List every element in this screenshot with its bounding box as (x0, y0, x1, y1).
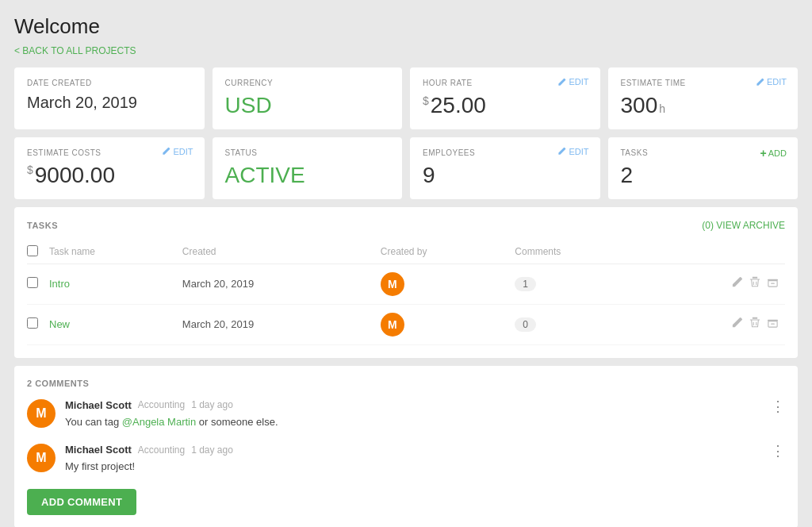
unit-label: h (659, 102, 665, 115)
comment-more-button[interactable]: ⋮ (771, 444, 785, 458)
task-name-cell: New (49, 304, 182, 344)
dollar-sign: $ (423, 94, 429, 107)
card-status-label: STATUS (225, 148, 390, 157)
comments-title: 2 COMMENTS (27, 379, 785, 388)
tasks-section-title: TASKS (27, 221, 58, 230)
task-archive-icon[interactable] (767, 317, 779, 332)
task-comments-cell: 1 (515, 264, 648, 304)
comment-author: Michael Scott (65, 399, 132, 411)
trash-icon (749, 317, 760, 329)
comment-text: My first project! (65, 459, 785, 475)
task-delete-icon[interactable] (749, 317, 760, 332)
card-employees: EMPLOYEES EDIT9 (410, 137, 600, 199)
comment-count-badge: 0 (515, 317, 536, 332)
card-hour-rate: HOUR RATE EDIT$25.00 (410, 67, 600, 129)
task-actions-cell (648, 264, 785, 304)
card-currency-label: CURRENCY (225, 79, 390, 87)
box-icon (767, 276, 779, 288)
task-actions-cell (648, 304, 785, 344)
task-delete-icon[interactable] (749, 276, 760, 291)
task-name-link[interactable]: New (49, 318, 70, 330)
card-estimate-time-edit-button[interactable]: EDIT (756, 77, 787, 87)
card-estimate-costs-edit-button[interactable]: EDIT (162, 147, 193, 156)
comments-section: 2 COMMENTS M Michael Scott Accounting 1 … (14, 366, 798, 527)
svg-rect-9 (771, 324, 775, 325)
view-archive-link[interactable]: (0) VIEW ARCHIVE (702, 220, 785, 231)
dollar-sign: $ (27, 163, 33, 176)
table-row: Intro March 20, 2019 M 1 (27, 264, 785, 304)
comment-more-button[interactable]: ⋮ (771, 399, 785, 414)
add-comment-button[interactable]: ADD COMMENT (27, 489, 136, 515)
col-created: Created (182, 240, 381, 264)
card-employees-number: 9 (423, 163, 435, 187)
comment-count-badge: 1 (515, 277, 536, 291)
page-wrapper: Welcome < BACK TO ALL PROJECTS DATE CREA… (0, 0, 812, 527)
table-row: New March 20, 2019 M 0 (27, 304, 785, 344)
card-status-number: ACTIVE (225, 163, 305, 187)
task-action-buttons (648, 276, 779, 291)
comment-department: Accounting (138, 399, 185, 410)
card-tasks-card: TASKS+ ADD2 (608, 137, 799, 199)
task-comments-cell: 0 (515, 304, 648, 344)
list-item: M Michael Scott Accounting 1 day ago My … (27, 444, 785, 475)
card-estimate-costs-value: $9000.00 (27, 163, 192, 188)
card-date-created-number: March 20, 2019 (27, 94, 137, 111)
comment-meta: Michael Scott Accounting 1 day ago (65, 444, 785, 456)
task-edit-icon[interactable] (731, 317, 743, 332)
card-estimate-time: ESTIMATE TIME EDIT300h (608, 67, 799, 129)
comment-avatar: M (27, 444, 56, 472)
task-created-by-cell: M (381, 264, 515, 304)
card-employees-edit-button[interactable]: EDIT (557, 147, 588, 156)
card-estimate-time-value: 300h (621, 94, 786, 118)
plus-icon: + (760, 147, 767, 160)
task-created-by-cell: M (381, 304, 515, 344)
box-icon (767, 317, 779, 329)
task-checkbox-1[interactable] (27, 277, 38, 288)
cards-grid-bottom: ESTIMATE COSTS EDIT$9000.00STATUSACTIVEE… (14, 137, 798, 199)
tasks-section: TASKS (0) VIEW ARCHIVE Task name Created… (14, 207, 798, 358)
card-estimate-costs-number: 9000.00 (35, 163, 115, 187)
card-tasks-card-add-button[interactable]: + ADD (760, 147, 787, 160)
comment-body: Michael Scott Accounting 1 day ago You c… (65, 399, 785, 430)
comment-body: Michael Scott Accounting 1 day ago My fi… (65, 444, 785, 475)
trash-icon (749, 276, 760, 288)
page-title: Welcome (14, 14, 798, 39)
card-currency-number: USD (225, 93, 272, 117)
card-estimate-time-number: 300 (621, 93, 658, 117)
card-currency-value: USD (225, 94, 390, 118)
task-created-cell: March 20, 2019 (182, 304, 381, 344)
card-estimate-costs: ESTIMATE COSTS EDIT$9000.00 (14, 137, 205, 199)
col-comments: Comments (515, 240, 648, 264)
card-hour-rate-number: 25.00 (431, 93, 486, 117)
select-all-checkbox[interactable] (27, 245, 38, 256)
task-created-cell: March 20, 2019 (182, 264, 381, 304)
card-date-created: DATE CREATEDMarch 20, 2019 (14, 67, 205, 129)
comment-time: 1 day ago (191, 399, 233, 410)
card-hour-rate-value: $25.00 (423, 94, 588, 118)
list-item: M Michael Scott Accounting 1 day ago You… (27, 399, 785, 430)
select-all-col (27, 240, 49, 264)
comment-text: You can tag @Angela Martin or someone el… (65, 414, 785, 430)
card-currency: CURRENCYUSD (213, 67, 403, 129)
card-status: STATUSACTIVE (213, 137, 403, 199)
comment-meta: Michael Scott Accounting 1 day ago (65, 399, 785, 411)
task-checkbox-col (27, 264, 49, 304)
task-name-link[interactable]: Intro (49, 278, 70, 290)
comment-mention: @Angela Martin (122, 416, 196, 428)
task-archive-icon[interactable] (767, 276, 779, 291)
card-status-value: ACTIVE (225, 163, 390, 188)
card-date-created-value: March 20, 2019 (27, 94, 192, 111)
task-creator-avatar: M (381, 313, 404, 337)
tasks-table-header-row: Task name Created Created by Comments (27, 240, 785, 264)
back-to-projects-link[interactable]: < BACK TO ALL PROJECTS (14, 45, 136, 56)
pencil-icon (557, 78, 566, 87)
tasks-section-header: TASKS (0) VIEW ARCHIVE (27, 220, 785, 231)
pencil-icon (731, 317, 743, 329)
card-hour-rate-edit-button[interactable]: EDIT (557, 77, 588, 87)
task-checkbox-col (27, 304, 49, 344)
card-employees-value: 9 (423, 163, 588, 188)
task-checkbox-2[interactable] (27, 317, 38, 329)
tasks-table: Task name Created Created by Comments In… (27, 240, 785, 345)
svg-rect-4 (771, 283, 775, 284)
task-edit-icon[interactable] (731, 276, 743, 291)
